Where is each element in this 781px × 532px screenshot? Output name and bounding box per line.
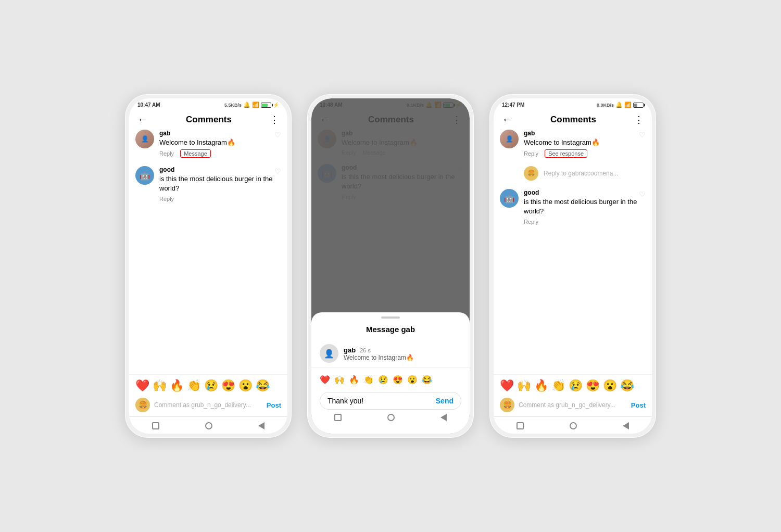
sheet-emoji-clap-2[interactable]: 👏 xyxy=(363,375,374,385)
page-title-3: Comments xyxy=(550,115,596,125)
emoji-love-3[interactable]: 😍 xyxy=(586,379,600,392)
bottom-nav-3 xyxy=(494,416,652,434)
sheet-emoji-wow-2[interactable]: 😮 xyxy=(407,375,418,385)
wifi-icon-3: 📶 xyxy=(624,102,632,108)
phone-2-screen: 10:48 AM 0.1KB/s 🔔 📶 ⚡ ← Comments ⋮ 👤 xyxy=(311,98,470,434)
send-button-2[interactable]: Send xyxy=(436,397,454,405)
input-avatar-3: 🍔 xyxy=(500,398,514,412)
comments-list-3: 👤 gab Welcome to Instagram🔥 Reply See re… xyxy=(494,130,652,374)
sheet-emoji-sad-2[interactable]: 😢 xyxy=(378,375,388,385)
signal-icon-1: 🔔 xyxy=(243,102,250,108)
heart-good-1[interactable]: ♡ xyxy=(274,167,281,175)
avatar-reply-3: 🍔 xyxy=(524,166,538,181)
status-bar-1: 10:47 AM 5.5KB/s 🔔 📶 ⚡ xyxy=(129,98,287,109)
sheet-emoji-laugh-2[interactable]: 😂 xyxy=(422,375,432,385)
emoji-laugh-1[interactable]: 😂 xyxy=(256,379,270,392)
emoji-sad-3[interactable]: 😢 xyxy=(569,379,583,392)
back-nav-2[interactable] xyxy=(440,414,447,421)
bolt-icon-1: ⚡ xyxy=(273,102,279,108)
comment-item-good-3: 🤖 good is this the most delicious burger… xyxy=(500,189,646,224)
emoji-clap-3[interactable]: 👏 xyxy=(551,379,565,392)
reply-btn-good-1[interactable]: Reply xyxy=(159,196,174,202)
back-nav-1[interactable] xyxy=(258,422,264,429)
heart-good-3[interactable]: ♡ xyxy=(639,190,646,198)
emoji-heart-1[interactable]: ❤️ xyxy=(135,379,149,392)
status-icons-3: 0.0KB/s 🔔 📶 xyxy=(597,102,644,108)
emoji-love-1[interactable]: 😍 xyxy=(221,379,235,392)
comment-placeholder-1[interactable]: Comment as grub_n_go_delivery... xyxy=(154,401,262,409)
circle-nav-3[interactable] xyxy=(570,422,577,429)
avatar-good-3: 🤖 xyxy=(500,189,519,208)
bottom-nav-sheet-2 xyxy=(311,410,470,425)
emoji-heart-3[interactable]: ❤️ xyxy=(500,379,514,392)
comment-text-gab-1: Welcome to Instagram🔥 xyxy=(159,138,281,147)
reply-btn-gab-1[interactable]: Reply xyxy=(159,150,174,157)
comment-text-good-3: is this the most delicious burger in the… xyxy=(524,197,646,216)
sheet-emoji-love-2[interactable]: 😍 xyxy=(393,375,403,385)
reply-btn-gab-3[interactable]: Reply xyxy=(524,150,538,157)
menu-button-1[interactable]: ⋮ xyxy=(270,114,279,125)
avatar-gab-1: 👤 xyxy=(135,130,154,148)
dm-avatar-2: 👤 xyxy=(320,344,338,363)
circle-nav-2[interactable] xyxy=(387,414,395,421)
comment-placeholder-3[interactable]: Comment as grub_n_go_delivery... xyxy=(519,401,627,409)
emoji-hands-3[interactable]: 🙌 xyxy=(517,379,531,392)
wifi-icon-1: 📶 xyxy=(252,102,259,108)
emoji-wow-1[interactable]: 😮 xyxy=(238,379,253,392)
heart-gab-3[interactable]: ♡ xyxy=(639,131,646,139)
back-button-3[interactable]: ← xyxy=(502,113,512,125)
emoji-sad-1[interactable]: 😢 xyxy=(204,379,218,392)
comment-actions-gab-3: Reply See response xyxy=(524,149,646,158)
avatar-gab-3: 👤 xyxy=(500,130,519,148)
reply-indent-3: 🍔 Reply to gabraccoomena... xyxy=(500,166,646,181)
dm-info-2: gab 26 s Welcome to Instagram🔥 xyxy=(344,346,461,361)
sheet-emoji-hands-2[interactable]: 🙌 xyxy=(334,375,345,385)
data-speed-1: 5.5KB/s xyxy=(224,103,242,108)
emoji-fire-1[interactable]: 🔥 xyxy=(170,379,184,392)
emoji-laugh-3[interactable]: 😂 xyxy=(620,379,634,392)
sheet-emoji-heart-2[interactable]: ❤️ xyxy=(320,375,330,385)
battery-icon-1 xyxy=(261,103,271,108)
square-nav-3[interactable] xyxy=(517,422,524,429)
message-input-2[interactable]: Thank you! xyxy=(327,397,432,405)
heart-gab-1[interactable]: ♡ xyxy=(274,131,281,139)
emoji-clap-1[interactable]: 👏 xyxy=(187,379,201,392)
comment-actions-good-1: Reply xyxy=(159,196,281,202)
post-button-3[interactable]: Post xyxy=(631,401,646,409)
sheet-emoji-row-2: ❤️ 🙌 🔥 👏 😢 😍 😮 😂 xyxy=(311,372,470,388)
emoji-hands-1[interactable]: 🙌 xyxy=(153,379,167,392)
post-button-1[interactable]: Post xyxy=(267,401,281,409)
menu-button-3[interactable]: ⋮ xyxy=(634,114,644,125)
username-gab-1: gab xyxy=(159,130,281,137)
top-nav-1: ← Comments ⋮ xyxy=(129,109,287,130)
reply-placeholder-3[interactable]: Reply to gabraccoomena... xyxy=(544,170,618,177)
comment-item-good-1: 🤖 good is this the most delicious burger… xyxy=(135,166,281,201)
see-response-btn-3[interactable]: See response xyxy=(545,149,587,158)
reply-item-3: 🍔 Reply to gabraccoomena... xyxy=(524,166,646,181)
sheet-emoji-fire-2[interactable]: 🔥 xyxy=(349,375,359,385)
comment-text-good-1: is this the most delicious burger in the… xyxy=(159,174,281,193)
dm-msg-2: Welcome to Instagram🔥 xyxy=(344,354,461,361)
square-nav-2[interactable] xyxy=(334,414,342,421)
message-btn-gab-1[interactable]: Message xyxy=(180,149,211,158)
comment-body-good-1: good is this the most delicious burger i… xyxy=(159,166,281,201)
status-bar-3: 12:47 PM 0.0KB/s 🔔 📶 xyxy=(494,98,652,109)
emoji-fire-3[interactable]: 🔥 xyxy=(534,379,548,392)
comment-input-area-3: 🍔 Comment as grub_n_go_delivery... Post xyxy=(494,395,652,416)
data-speed-3: 0.0KB/s xyxy=(597,103,614,108)
emoji-row-3: ❤️ 🙌 🔥 👏 😢 😍 😮 😂 xyxy=(494,374,652,395)
back-button-1[interactable]: ← xyxy=(137,113,148,125)
phone-1-screen: 10:47 AM 5.5KB/s 🔔 📶 ⚡ ← Comments ⋮ xyxy=(129,98,287,434)
circle-nav-1[interactable] xyxy=(205,422,212,429)
dm-name-2: gab xyxy=(344,346,356,354)
reply-btn-good-3[interactable]: Reply xyxy=(524,219,538,225)
comment-item-gab-3: 👤 gab Welcome to Instagram🔥 Reply See re… xyxy=(500,130,646,158)
status-icons-1: 5.5KB/s 🔔 📶 ⚡ xyxy=(224,102,279,108)
emoji-wow-3[interactable]: 😮 xyxy=(603,379,617,392)
comment-actions-good-3: Reply xyxy=(524,219,646,225)
square-nav-1[interactable] xyxy=(152,422,159,429)
time-3: 12:47 PM xyxy=(502,102,524,108)
sheet-handle-2 xyxy=(381,316,400,319)
time-1: 10:47 AM xyxy=(137,102,160,108)
back-nav-3[interactable] xyxy=(623,422,629,429)
